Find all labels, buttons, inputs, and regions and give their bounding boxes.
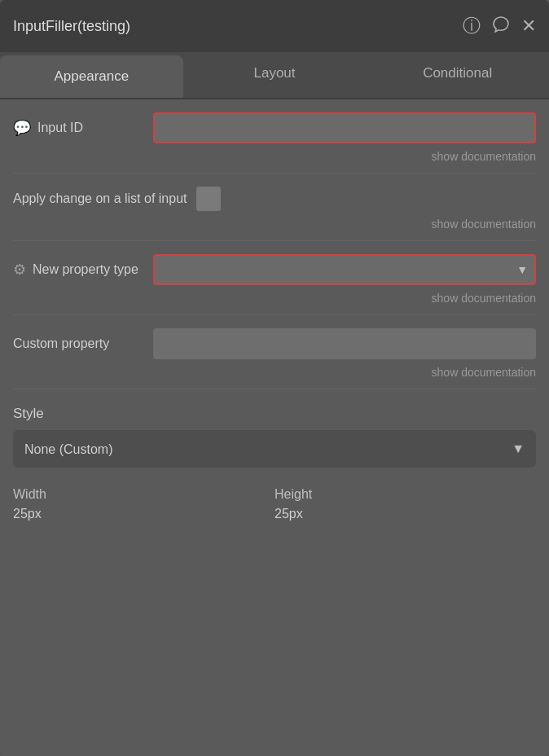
width-value: 25px <box>13 507 274 521</box>
input-id-label: 💬 Input ID <box>13 119 143 137</box>
new-property-type-select[interactable] <box>153 254 536 285</box>
apply-change-row: Apply change on a list of input show doc… <box>13 174 536 241</box>
window-title: InputFiller(testing) <box>13 18 130 35</box>
apply-change-checkbox[interactable] <box>196 187 221 211</box>
custom-property-field[interactable] <box>153 328 536 359</box>
dimensions-section: Width 25px Height 25px <box>13 468 536 528</box>
input-id-icon: 💬 <box>13 119 31 137</box>
style-select-wrapper: None (Custom) ▼ <box>13 430 536 468</box>
tab-bar: Appearance Layout Conditional <box>0 52 549 99</box>
apply-change-label: Apply change on a list of input <box>13 191 187 206</box>
height-group: Height 25px <box>274 487 536 521</box>
main-window: InputFiller(testing) ⓘ ✕ Appearance Layo… <box>0 0 549 756</box>
style-label: Style <box>13 389 536 430</box>
style-section: Style None (Custom) ▼ <box>13 389 536 468</box>
title-bar: InputFiller(testing) ⓘ ✕ <box>0 0 549 52</box>
input-id-field[interactable] <box>153 112 536 143</box>
comment-icon[interactable] <box>492 15 510 37</box>
height-value: 25px <box>274 507 536 521</box>
width-label: Width <box>13 487 274 502</box>
title-icons: ⓘ ✕ <box>463 15 536 37</box>
tab-appearance[interactable]: Appearance <box>0 55 183 98</box>
input-id-row: 💬 Input ID show documentation <box>13 99 536 174</box>
new-property-type-icon: ⚙ <box>13 261 26 279</box>
height-label: Height <box>274 487 536 502</box>
width-group: Width 25px <box>13 487 274 521</box>
close-icon[interactable]: ✕ <box>521 17 536 35</box>
custom-property-show-doc[interactable]: show documentation <box>13 364 536 385</box>
apply-change-show-doc[interactable]: show documentation <box>13 216 536 237</box>
tab-layout[interactable]: Layout <box>183 52 367 98</box>
custom-property-row: Custom property show documentation <box>13 315 536 389</box>
new-property-type-label: ⚙ New property type <box>13 261 143 279</box>
new-property-type-show-doc[interactable]: show documentation <box>13 290 536 311</box>
new-property-type-select-wrapper: ▼ <box>153 254 536 285</box>
new-property-type-row: ⚙ New property type ▼ show documentation <box>13 241 536 315</box>
content-area: 💬 Input ID show documentation Apply chan… <box>0 99 549 756</box>
info-icon[interactable]: ⓘ <box>463 17 481 35</box>
input-id-show-doc[interactable]: show documentation <box>13 148 536 169</box>
style-select[interactable]: None (Custom) <box>13 430 536 468</box>
custom-property-label: Custom property <box>13 336 143 351</box>
tab-conditional[interactable]: Conditional <box>366 52 549 98</box>
